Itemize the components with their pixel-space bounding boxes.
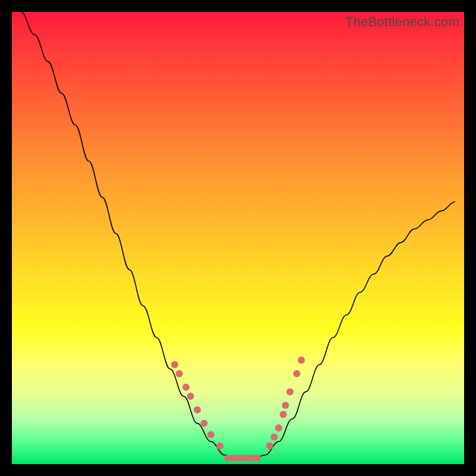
marker-dot xyxy=(171,361,178,368)
marker-dot xyxy=(207,431,214,439)
marker-dot xyxy=(282,402,289,409)
marker-dot xyxy=(176,370,183,377)
marker-dot xyxy=(286,388,293,395)
marker-dot xyxy=(194,406,201,414)
chart-frame: TheBottleneck.com xyxy=(12,12,464,464)
marker-dot xyxy=(183,384,190,391)
bottleneck-curve-plot xyxy=(12,12,464,464)
markers-right-group xyxy=(266,356,305,449)
marker-dot xyxy=(266,443,273,450)
marker-dot xyxy=(298,356,305,364)
marker-dot xyxy=(280,411,287,418)
flat-minimum-segment xyxy=(224,455,261,461)
bottleneck-curve xyxy=(21,12,455,459)
marker-dot xyxy=(217,443,224,450)
marker-dot xyxy=(201,420,208,427)
marker-dot xyxy=(275,424,282,431)
marker-dot xyxy=(187,393,194,400)
marker-dot xyxy=(293,370,300,377)
markers-left-group xyxy=(171,361,224,450)
marker-dot xyxy=(271,433,278,440)
